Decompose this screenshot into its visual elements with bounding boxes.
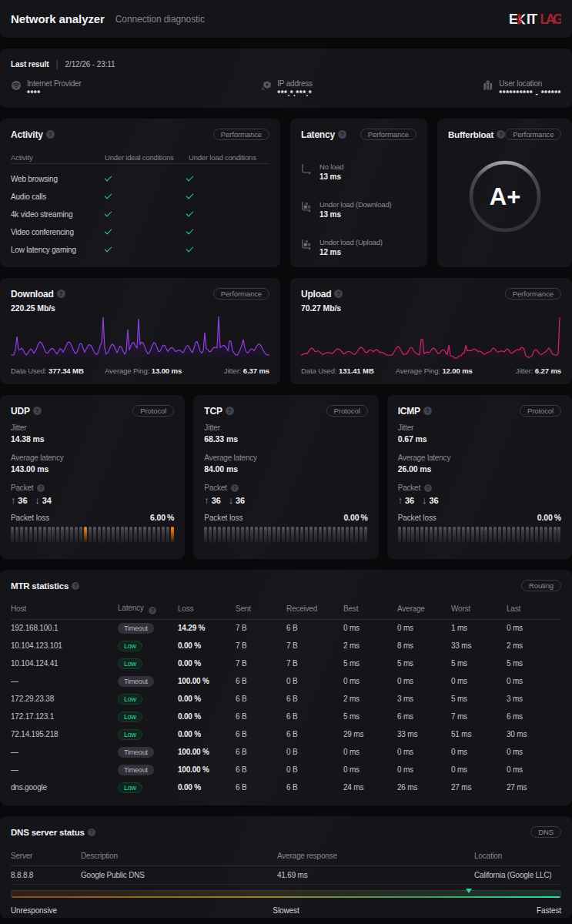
- svg-text:A+: A+: [489, 183, 520, 210]
- svg-text:IT: IT: [527, 12, 537, 27]
- svg-text:LAG: LAG: [540, 12, 562, 27]
- svg-text:E: E: [509, 12, 518, 27]
